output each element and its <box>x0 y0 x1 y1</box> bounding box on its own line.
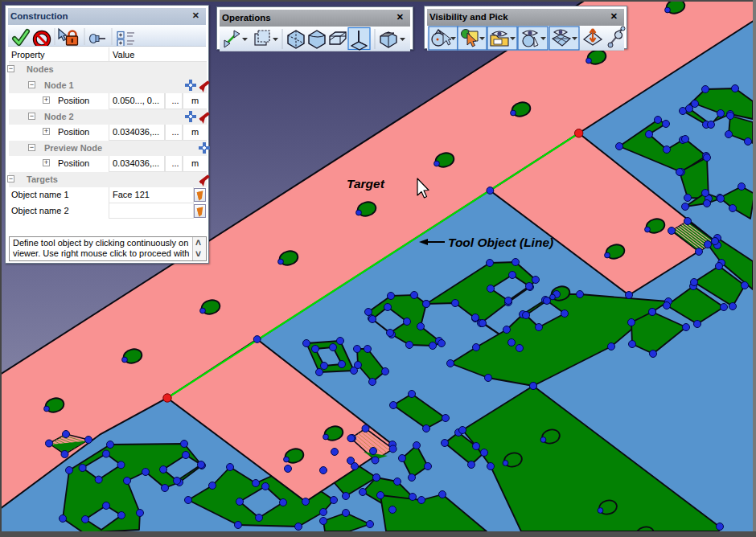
svg-text:Tool Object (Line): Tool Object (Line) <box>448 236 553 249</box>
svg-text:Target: Target <box>347 177 385 191</box>
